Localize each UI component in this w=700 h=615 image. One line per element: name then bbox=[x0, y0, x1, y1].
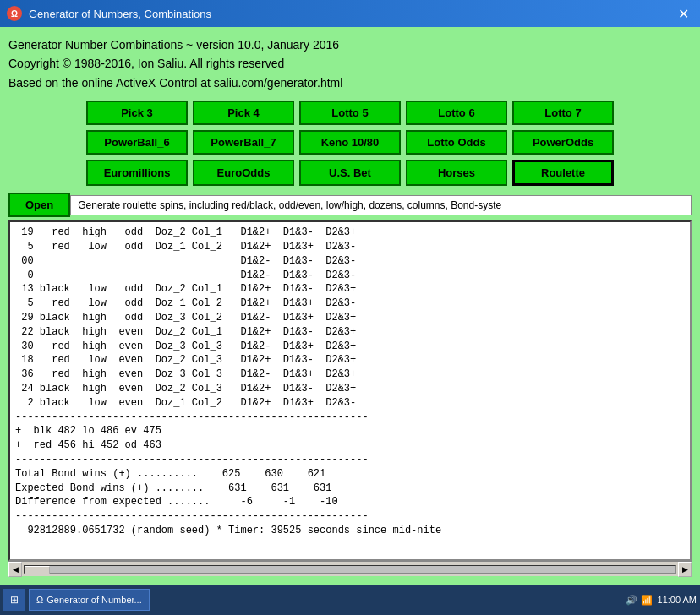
usbet-button[interactable]: U.S. Bet bbox=[299, 160, 401, 186]
pick4-button[interactable]: Pick 4 bbox=[193, 101, 294, 125]
taskbar-app-icon: Ω bbox=[36, 595, 43, 605]
taskbar: ⊞ Ω Generator of Number... 🔊 📶 11:00 AM bbox=[0, 585, 700, 615]
euromillions-button[interactable]: Euromillions bbox=[86, 160, 188, 186]
pick3-button[interactable]: Pick 3 bbox=[86, 101, 188, 125]
header-line3: Based on the online ActiveX Control at s… bbox=[8, 73, 692, 92]
tray-icons: 🔊 📶 bbox=[626, 595, 652, 606]
taskbar-right: 🔊 📶 11:00 AM bbox=[626, 595, 697, 606]
header-line2: Copyright © 1988-2016, Ion Saliu. All ri… bbox=[8, 54, 692, 73]
header-line1: Generator Number Combinations ~ version … bbox=[8, 35, 692, 54]
sys-tray: 🔊 📶 bbox=[626, 595, 652, 606]
open-button[interactable]: Open bbox=[8, 193, 70, 217]
header-text: Generator Number Combinations ~ version … bbox=[8, 35, 692, 92]
window-title: Generator of Numbers, Combinations bbox=[29, 8, 211, 20]
h-scrollbar[interactable]: ◀ ▶ bbox=[8, 561, 692, 576]
roulette-button[interactable]: Roulette bbox=[512, 160, 614, 186]
button-grid: Pick 3 Pick 4 Lotto 5 Lotto 6 Lotto 7 Po… bbox=[8, 101, 692, 186]
powerball6-button[interactable]: PowerBall_6 bbox=[86, 130, 188, 155]
lottoodds-button[interactable]: Lotto Odds bbox=[406, 130, 507, 155]
powerball7-button[interactable]: PowerBall_7 bbox=[193, 130, 294, 155]
scroll-thumb[interactable] bbox=[25, 566, 50, 574]
output-area[interactable]: 19 red high odd Doz_2 Col_1 D1&2+ D1&3- … bbox=[8, 220, 692, 561]
clock: 11:00 AM bbox=[658, 595, 697, 605]
title-bar: Ω Generator of Numbers, Combinations ✕ bbox=[0, 0, 700, 27]
open-description: Generate roulette spins, including red/b… bbox=[70, 195, 692, 215]
lotto7-button[interactable]: Lotto 7 bbox=[512, 101, 614, 125]
powerodds-button[interactable]: PowerOdds bbox=[512, 130, 614, 155]
lotto6-button[interactable]: Lotto 6 bbox=[406, 101, 507, 125]
app-icon: Ω bbox=[7, 6, 22, 21]
taskbar-app-label: Generator of Number... bbox=[46, 595, 142, 605]
main-window: Generator Number Combinations ~ version … bbox=[0, 27, 700, 585]
lotto5-button[interactable]: Lotto 5 bbox=[299, 101, 401, 125]
scroll-right-button[interactable]: ▶ bbox=[678, 562, 692, 577]
start-button[interactable]: ⊞ bbox=[3, 589, 25, 611]
button-row-3: Euromillions EuroOdds U.S. Bet Horses Ro… bbox=[8, 160, 692, 186]
title-bar-left: Ω Generator of Numbers, Combinations bbox=[7, 6, 211, 21]
euroodds-button[interactable]: EuroOdds bbox=[193, 160, 294, 186]
taskbar-app-item[interactable]: Ω Generator of Number... bbox=[29, 589, 150, 611]
close-button[interactable]: ✕ bbox=[673, 3, 693, 24]
button-row-2: PowerBall_6 PowerBall_7 Keno 10/80 Lotto… bbox=[8, 130, 692, 155]
scroll-track[interactable] bbox=[24, 565, 676, 574]
open-row: Open Generate roulette spins, including … bbox=[8, 193, 692, 217]
keno-button[interactable]: Keno 10/80 bbox=[299, 130, 401, 155]
button-row-1: Pick 3 Pick 4 Lotto 5 Lotto 6 Lotto 7 bbox=[8, 101, 692, 125]
scroll-left-button[interactable]: ◀ bbox=[8, 562, 22, 577]
horses-button[interactable]: Horses bbox=[406, 160, 507, 186]
